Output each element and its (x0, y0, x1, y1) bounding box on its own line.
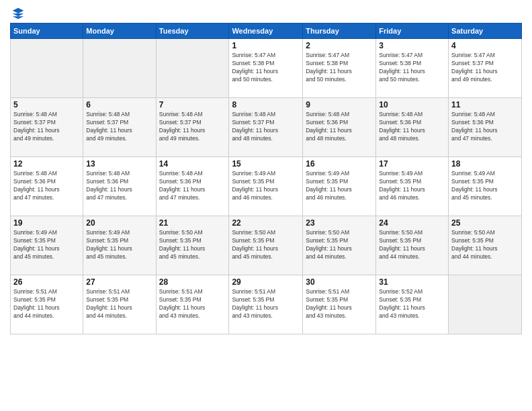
calendar-cell: 26Sunrise: 5:51 AMSunset: 5:35 PMDayligh… (11, 275, 83, 334)
day-number: 14 (159, 159, 226, 169)
day-info: Sunrise: 5:49 AMSunset: 5:35 PMDaylight:… (86, 229, 152, 261)
day-info: Sunrise: 5:48 AMSunset: 5:37 PMDaylight:… (159, 111, 226, 143)
calendar-cell (83, 39, 156, 98)
logo-icon (11, 7, 25, 20)
calendar-cell: 7Sunrise: 5:48 AMSunset: 5:37 PMDaylight… (156, 98, 229, 157)
calendar-cell: 21Sunrise: 5:50 AMSunset: 5:35 PMDayligh… (156, 216, 229, 275)
day-number: 1 (232, 41, 300, 50)
weekday-header-thursday: Thursday (303, 24, 376, 39)
calendar-cell (11, 39, 83, 98)
calendar-cell: 12Sunrise: 5:48 AMSunset: 5:36 PMDayligh… (11, 157, 83, 216)
calendar-cell: 23Sunrise: 5:50 AMSunset: 5:35 PMDayligh… (303, 216, 376, 275)
calendar-cell: 5Sunrise: 5:48 AMSunset: 5:37 PMDaylight… (11, 98, 83, 157)
weekday-header-wednesday: Wednesday (229, 24, 303, 39)
day-number: 31 (379, 277, 445, 287)
day-number: 29 (232, 277, 300, 287)
calendar-cell: 16Sunrise: 5:49 AMSunset: 5:35 PMDayligh… (303, 157, 376, 216)
logo (10, 7, 25, 17)
weekday-header-sunday: Sunday (11, 24, 83, 39)
calendar-cell: 25Sunrise: 5:50 AMSunset: 5:35 PMDayligh… (449, 216, 522, 275)
day-number: 3 (379, 41, 445, 50)
calendar-cell: 28Sunrise: 5:51 AMSunset: 5:35 PMDayligh… (156, 275, 229, 334)
calendar-cell: 27Sunrise: 5:51 AMSunset: 5:35 PMDayligh… (83, 275, 156, 334)
day-info: Sunrise: 5:51 AMSunset: 5:35 PMDaylight:… (86, 288, 152, 320)
calendar-cell: 14Sunrise: 5:48 AMSunset: 5:36 PMDayligh… (156, 157, 229, 216)
calendar-cell: 4Sunrise: 5:47 AMSunset: 5:37 PMDaylight… (449, 39, 522, 98)
calendar-cell: 9Sunrise: 5:48 AMSunset: 5:36 PMDaylight… (303, 98, 376, 157)
day-info: Sunrise: 5:52 AMSunset: 5:35 PMDaylight:… (379, 288, 445, 320)
week-row-2: 5Sunrise: 5:48 AMSunset: 5:37 PMDaylight… (11, 98, 522, 157)
day-number: 9 (306, 100, 373, 109)
day-info: Sunrise: 5:49 AMSunset: 5:35 PMDaylight:… (451, 170, 519, 202)
day-info: Sunrise: 5:51 AMSunset: 5:35 PMDaylight:… (13, 288, 80, 320)
day-number: 25 (451, 218, 519, 228)
day-info: Sunrise: 5:48 AMSunset: 5:36 PMDaylight:… (13, 170, 80, 202)
day-number: 16 (306, 159, 373, 169)
day-info: Sunrise: 5:51 AMSunset: 5:35 PMDaylight:… (306, 288, 373, 320)
calendar-cell (449, 275, 522, 334)
day-info: Sunrise: 5:50 AMSunset: 5:35 PMDaylight:… (379, 229, 445, 261)
calendar-cell: 15Sunrise: 5:49 AMSunset: 5:35 PMDayligh… (229, 157, 303, 216)
page: SundayMondayTuesdayWednesdayThursdayFrid… (0, 0, 532, 411)
day-info: Sunrise: 5:48 AMSunset: 5:37 PMDaylight:… (232, 111, 300, 143)
day-info: Sunrise: 5:48 AMSunset: 5:36 PMDaylight:… (451, 111, 519, 143)
week-row-4: 19Sunrise: 5:49 AMSunset: 5:35 PMDayligh… (11, 216, 522, 275)
day-number: 18 (451, 159, 519, 169)
weekday-header-friday: Friday (376, 24, 449, 39)
calendar-cell: 2Sunrise: 5:47 AMSunset: 5:38 PMDaylight… (303, 39, 376, 98)
day-number: 21 (159, 218, 226, 228)
day-info: Sunrise: 5:48 AMSunset: 5:36 PMDaylight:… (159, 170, 226, 202)
day-info: Sunrise: 5:50 AMSunset: 5:35 PMDaylight:… (232, 229, 300, 261)
day-info: Sunrise: 5:47 AMSunset: 5:38 PMDaylight:… (379, 52, 445, 84)
calendar-cell: 8Sunrise: 5:48 AMSunset: 5:37 PMDaylight… (229, 98, 303, 157)
day-number: 6 (86, 100, 152, 109)
calendar-cell: 13Sunrise: 5:48 AMSunset: 5:36 PMDayligh… (83, 157, 156, 216)
calendar-cell: 31Sunrise: 5:52 AMSunset: 5:35 PMDayligh… (376, 275, 449, 334)
day-info: Sunrise: 5:47 AMSunset: 5:38 PMDaylight:… (232, 52, 300, 84)
day-number: 23 (306, 218, 373, 228)
day-info: Sunrise: 5:47 AMSunset: 5:37 PMDaylight:… (451, 52, 519, 84)
day-info: Sunrise: 5:50 AMSunset: 5:35 PMDaylight:… (159, 229, 226, 261)
logo-text (10, 7, 25, 20)
day-number: 13 (86, 159, 152, 169)
calendar-cell: 3Sunrise: 5:47 AMSunset: 5:38 PMDaylight… (376, 39, 449, 98)
calendar-body: 1Sunrise: 5:47 AMSunset: 5:38 PMDaylight… (11, 39, 522, 334)
day-info: Sunrise: 5:49 AMSunset: 5:35 PMDaylight:… (232, 170, 300, 202)
header (10, 7, 522, 17)
week-row-5: 26Sunrise: 5:51 AMSunset: 5:35 PMDayligh… (11, 275, 522, 334)
day-number: 12 (13, 159, 80, 169)
day-number: 2 (306, 41, 373, 50)
day-info: Sunrise: 5:50 AMSunset: 5:35 PMDaylight:… (451, 229, 519, 261)
day-number: 11 (451, 100, 519, 109)
day-info: Sunrise: 5:49 AMSunset: 5:35 PMDaylight:… (306, 170, 373, 202)
day-info: Sunrise: 5:48 AMSunset: 5:36 PMDaylight:… (379, 111, 445, 143)
calendar-cell: 19Sunrise: 5:49 AMSunset: 5:35 PMDayligh… (11, 216, 83, 275)
day-info: Sunrise: 5:51 AMSunset: 5:35 PMDaylight:… (232, 288, 300, 320)
day-info: Sunrise: 5:47 AMSunset: 5:38 PMDaylight:… (306, 52, 373, 84)
day-number: 4 (451, 41, 519, 50)
day-number: 7 (159, 100, 226, 109)
day-number: 26 (13, 277, 80, 287)
day-number: 24 (379, 218, 445, 228)
day-info: Sunrise: 5:49 AMSunset: 5:35 PMDaylight:… (13, 229, 80, 261)
calendar-cell: 24Sunrise: 5:50 AMSunset: 5:35 PMDayligh… (376, 216, 449, 275)
calendar-cell: 22Sunrise: 5:50 AMSunset: 5:35 PMDayligh… (229, 216, 303, 275)
day-number: 5 (13, 100, 80, 109)
day-number: 19 (13, 218, 80, 228)
day-number: 8 (232, 100, 300, 109)
day-number: 20 (86, 218, 152, 228)
calendar-cell: 6Sunrise: 5:48 AMSunset: 5:37 PMDaylight… (83, 98, 156, 157)
day-number: 15 (232, 159, 300, 169)
day-info: Sunrise: 5:48 AMSunset: 5:37 PMDaylight:… (86, 111, 152, 143)
day-number: 10 (379, 100, 445, 109)
weekday-header-monday: Monday (83, 24, 156, 39)
day-info: Sunrise: 5:49 AMSunset: 5:35 PMDaylight:… (379, 170, 445, 202)
calendar-cell: 20Sunrise: 5:49 AMSunset: 5:35 PMDayligh… (83, 216, 156, 275)
day-number: 30 (306, 277, 373, 287)
day-info: Sunrise: 5:48 AMSunset: 5:36 PMDaylight:… (86, 170, 152, 202)
calendar-cell (156, 39, 229, 98)
week-row-1: 1Sunrise: 5:47 AMSunset: 5:38 PMDaylight… (11, 39, 522, 98)
week-row-3: 12Sunrise: 5:48 AMSunset: 5:36 PMDayligh… (11, 157, 522, 216)
day-info: Sunrise: 5:48 AMSunset: 5:36 PMDaylight:… (306, 111, 373, 143)
day-number: 28 (159, 277, 226, 287)
